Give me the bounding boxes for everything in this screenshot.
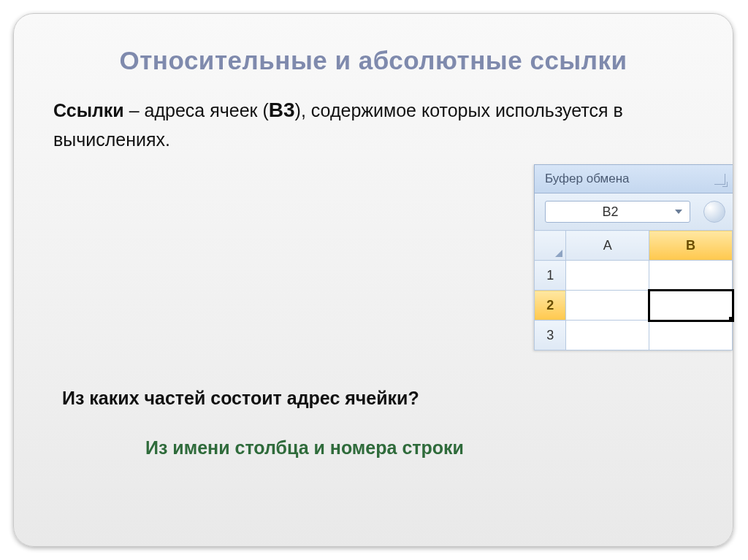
term-word: Ссылки bbox=[53, 100, 124, 120]
cell-ref: В3 bbox=[269, 99, 295, 121]
cell-b1[interactable] bbox=[649, 261, 733, 291]
spreadsheet-grid: A B 1 2 3 bbox=[534, 230, 733, 350]
slide-title: Относительные и абсолютные ссылки bbox=[53, 46, 693, 75]
cell-a3[interactable] bbox=[566, 321, 649, 350]
fx-icon[interactable] bbox=[703, 201, 725, 223]
clipboard-group-label: Буфер обмена bbox=[545, 172, 630, 186]
column-header-a[interactable]: A bbox=[566, 231, 649, 261]
dialog-launcher-icon[interactable] bbox=[714, 174, 725, 185]
cell-a2[interactable] bbox=[566, 291, 649, 321]
cell-b3[interactable] bbox=[649, 321, 733, 350]
column-header-b[interactable]: B bbox=[649, 231, 733, 261]
para-mid1: – адреса ячеек ( bbox=[124, 100, 269, 120]
row-header-1[interactable]: 1 bbox=[535, 261, 566, 291]
row-header-2[interactable]: 2 bbox=[535, 291, 566, 321]
select-all-corner[interactable] bbox=[535, 231, 566, 261]
clipboard-group-bar: Буфер обмена bbox=[534, 164, 733, 193]
cell-a1[interactable] bbox=[566, 261, 649, 291]
row-header-3[interactable]: 3 bbox=[535, 321, 566, 350]
cell-b2-selected[interactable] bbox=[649, 291, 733, 321]
name-box-value: B2 bbox=[546, 204, 675, 220]
name-box[interactable]: B2 bbox=[545, 201, 690, 223]
question-text: Из каких частей состоит адрес ячейки? bbox=[62, 388, 419, 409]
excel-snippet: Буфер обмена B2 A B 1 2 bbox=[534, 164, 733, 350]
definition-paragraph: Ссылки – адреса ячеек (В3), содержимое к… bbox=[53, 94, 693, 154]
slide-frame: Относительные и абсолютные ссылки Ссылки… bbox=[13, 13, 733, 547]
name-box-row: B2 bbox=[534, 193, 733, 230]
answer-text: Из имени столбца и номера строки bbox=[145, 437, 464, 459]
chevron-down-icon bbox=[675, 210, 682, 214]
